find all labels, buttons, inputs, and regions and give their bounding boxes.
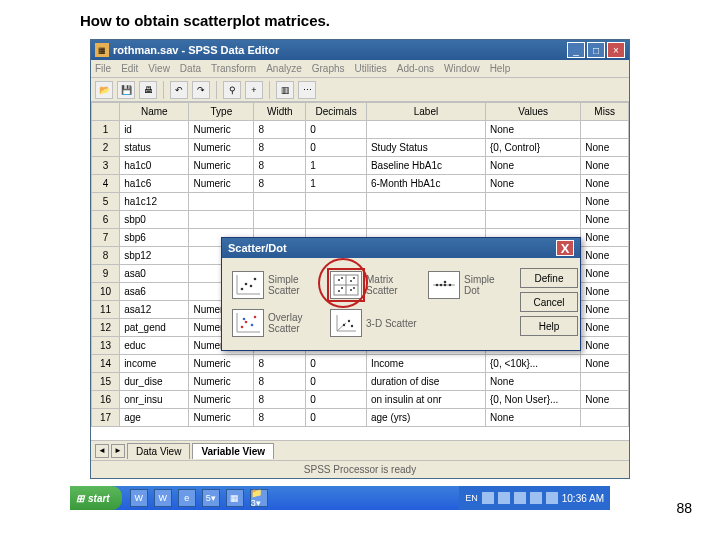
table-row[interactable]: 1 id Numeric 8 0 None (92, 121, 629, 139)
tray-icon-5[interactable] (546, 492, 558, 504)
open-icon[interactable]: 📂 (95, 81, 113, 99)
taskbar-app-5[interactable]: ▦ (226, 489, 244, 507)
cell-type[interactable]: Numeric (189, 139, 254, 157)
taskbar-app-6[interactable]: 📁3▾ (250, 489, 268, 507)
cell-decimals[interactable]: 1 (306, 175, 367, 193)
cell-name[interactable]: pat_gend (120, 319, 189, 337)
cell-type[interactable] (189, 193, 254, 211)
minimize-button[interactable]: _ (567, 42, 585, 58)
taskbar-app-4[interactable]: 5▾ (202, 489, 220, 507)
cell-width[interactable]: 8 (254, 139, 306, 157)
start-button[interactable]: ⊞ start (70, 486, 122, 510)
define-button[interactable]: Define (520, 268, 578, 288)
row-header[interactable]: 11 (92, 301, 120, 319)
redo-icon[interactable]: ↷ (192, 81, 210, 99)
cell-name[interactable]: sbp6 (120, 229, 189, 247)
cell-missing[interactable]: None (581, 319, 629, 337)
taskbar-app-2[interactable]: W (154, 489, 172, 507)
close-button[interactable]: × (607, 42, 625, 58)
option-simple-dot[interactable]: SimpleDot (428, 268, 520, 302)
cell-label[interactable] (366, 193, 485, 211)
tab-variable-view[interactable]: Variable View (192, 443, 274, 459)
table-row[interactable]: 5 ha1c12 None (92, 193, 629, 211)
cell-values[interactable]: None (486, 373, 581, 391)
cell-values[interactable]: {0, <10k}... (486, 355, 581, 373)
cell-width[interactable]: 8 (254, 175, 306, 193)
cell-values[interactable]: {0, Control} (486, 139, 581, 157)
table-row[interactable]: 14 income Numeric 8 0 Income {0, <10k}..… (92, 355, 629, 373)
cell-label[interactable]: Income (366, 355, 485, 373)
cell-width[interactable] (254, 193, 306, 211)
cell-type[interactable] (189, 211, 254, 229)
row-header[interactable]: 1 (92, 121, 120, 139)
tab-prev-icon[interactable]: ◄ (95, 444, 109, 458)
cell-name[interactable]: dur_dise (120, 373, 189, 391)
cell-name[interactable]: income (120, 355, 189, 373)
table-row[interactable]: 3 ha1c0 Numeric 8 1 Baseline HbA1c None … (92, 157, 629, 175)
cell-missing[interactable]: None (581, 139, 629, 157)
cell-decimals[interactable]: 0 (306, 139, 367, 157)
cell-name[interactable]: ha1c6 (120, 175, 189, 193)
table-row[interactable]: 16 onr_insu Numeric 8 0 on insulin at on… (92, 391, 629, 409)
menu-file[interactable]: File (95, 63, 111, 74)
menu-analyze[interactable]: Analyze (266, 63, 302, 74)
menu-transform[interactable]: Transform (211, 63, 256, 74)
cell-width[interactable]: 8 (254, 157, 306, 175)
menu-window[interactable]: Window (444, 63, 480, 74)
row-header[interactable]: 14 (92, 355, 120, 373)
tray-icon-3[interactable] (514, 492, 526, 504)
cell-label[interactable]: on insulin at onr (366, 391, 485, 409)
row-header[interactable]: 5 (92, 193, 120, 211)
cell-missing[interactable]: None (581, 283, 629, 301)
cell-name[interactable]: ha1c12 (120, 193, 189, 211)
tab-next-icon[interactable]: ► (111, 444, 125, 458)
insert-icon[interactable]: + (245, 81, 263, 99)
cell-decimals[interactable]: 0 (306, 409, 367, 427)
tray-icon-4[interactable] (530, 492, 542, 504)
col-decimals[interactable]: Decimals (306, 103, 367, 121)
row-header[interactable]: 12 (92, 319, 120, 337)
row-header[interactable]: 4 (92, 175, 120, 193)
cell-name[interactable]: onr_insu (120, 391, 189, 409)
cell-name[interactable]: asa12 (120, 301, 189, 319)
cell-missing[interactable] (581, 373, 629, 391)
cell-missing[interactable]: None (581, 175, 629, 193)
row-header[interactable]: 8 (92, 247, 120, 265)
cell-decimals[interactable] (306, 193, 367, 211)
menu-addons[interactable]: Add-ons (397, 63, 434, 74)
cell-type[interactable]: Numeric (189, 175, 254, 193)
menu-graphs[interactable]: Graphs (312, 63, 345, 74)
cell-missing[interactable]: None (581, 391, 629, 409)
cell-name[interactable]: ha1c0 (120, 157, 189, 175)
cell-type[interactable]: Numeric (189, 409, 254, 427)
col-missing[interactable]: Miss (581, 103, 629, 121)
cell-name[interactable]: educ (120, 337, 189, 355)
cell-values[interactable]: None (486, 121, 581, 139)
col-name[interactable]: Name (120, 103, 189, 121)
col-values[interactable]: Values (486, 103, 581, 121)
cell-missing[interactable] (581, 121, 629, 139)
row-header[interactable]: 2 (92, 139, 120, 157)
cell-missing[interactable] (581, 409, 629, 427)
cell-values[interactable]: None (486, 175, 581, 193)
cell-width[interactable] (254, 211, 306, 229)
tray-icon-2[interactable] (498, 492, 510, 504)
undo-icon[interactable]: ↶ (170, 81, 188, 99)
cell-type[interactable]: Numeric (189, 373, 254, 391)
option-simple-scatter[interactable]: SimpleScatter (232, 268, 324, 302)
table-row[interactable]: 2 status Numeric 8 0 Study Status {0, Co… (92, 139, 629, 157)
cell-name[interactable]: id (120, 121, 189, 139)
cell-values[interactable]: None (486, 157, 581, 175)
cell-missing[interactable]: None (581, 247, 629, 265)
table-row[interactable]: 6 sbp0 None (92, 211, 629, 229)
cell-missing[interactable]: None (581, 301, 629, 319)
option-overlay-scatter[interactable]: OverlayScatter (232, 306, 324, 340)
cell-missing[interactable]: None (581, 193, 629, 211)
cell-missing[interactable]: None (581, 355, 629, 373)
cell-missing[interactable]: None (581, 211, 629, 229)
cell-label[interactable] (366, 121, 485, 139)
cell-decimals[interactable]: 1 (306, 157, 367, 175)
menu-help[interactable]: Help (490, 63, 511, 74)
cell-missing[interactable]: None (581, 337, 629, 355)
cell-decimals[interactable]: 0 (306, 373, 367, 391)
